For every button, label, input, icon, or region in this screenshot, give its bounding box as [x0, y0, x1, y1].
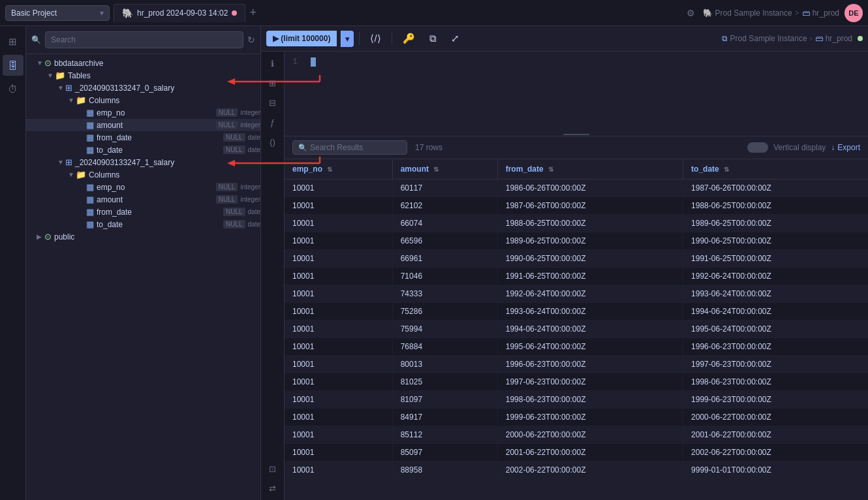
table-row[interactable]: 10001810971998-06-23T00:00:00Z1999-06-23…: [285, 391, 868, 409]
run-button[interactable]: ▶ (limit 100000): [266, 31, 337, 46]
table-layout-button[interactable]: ⊟: [264, 93, 282, 112]
info-button[interactable]: ℹ: [264, 54, 282, 72]
cell-from_date: 1987-06-26T00:00:00Z: [497, 197, 683, 215]
tree-item-columns0[interactable]: ▼ 📁 Columns: [26, 94, 260, 106]
table-row[interactable]: 10001660741988-06-25T00:00:00Z1989-06-25…: [285, 215, 868, 232]
tree-item-public[interactable]: ▶ ⊙ public: [26, 230, 260, 243]
column-icon-amount0: ▦: [86, 120, 94, 130]
table-row[interactable]: 10001850972001-06-22T00:00:00Z2002-06-22…: [285, 444, 868, 461]
cell-from_date: 1998-06-23T00:00:00Z: [497, 391, 683, 409]
table-row[interactable]: 10001759941994-06-24T00:00:00Z1995-06-24…: [285, 320, 868, 338]
columns-folder-icon-0: 📁: [76, 95, 86, 105]
tree-item-todate0[interactable]: ▶ ▦ to_date NULL date: [26, 144, 260, 156]
active-tab[interactable]: 🐘 hr_prod 2024-09-03 14:02: [114, 4, 245, 22]
transform-button[interactable]: ⇄: [264, 479, 282, 497]
tree-item-amount1[interactable]: ▶ ▦ amount NULL integer: [26, 193, 260, 206]
tree-item-columns1[interactable]: ▼ 📁 Columns: [26, 168, 260, 181]
tree-item-amount0[interactable]: ▶ ▦ amount NULL integer: [26, 119, 260, 131]
query-editor[interactable]: 1: [285, 52, 868, 136]
col-header-todate[interactable]: to_date ⇅: [683, 159, 868, 180]
parens-button[interactable]: (): [264, 133, 282, 151]
cell-to_date: 1992-06-24T00:00:00Z: [683, 268, 868, 285]
refresh-button[interactable]: ↻: [247, 35, 255, 45]
table-row[interactable]: 10001810251997-06-23T00:00:00Z1998-06-23…: [285, 373, 868, 391]
cell-amount: 85097: [392, 444, 497, 461]
line-number: 1: [292, 57, 298, 67]
grid-button[interactable]: ⊞: [264, 74, 282, 92]
copy-button[interactable]: ⧉: [424, 30, 442, 47]
cell-from_date: 1986-06-26T00:00:00Z: [497, 180, 683, 197]
cell-to_date: 1999-06-23T00:00:00Z: [683, 391, 868, 409]
cell-from_date: 1996-06-23T00:00:00Z: [497, 356, 683, 373]
cell-to_date: 1989-06-25T00:00:00Z: [683, 215, 868, 232]
settings-button[interactable]: ⚙: [684, 5, 698, 21]
table-row[interactable]: 10001665961989-06-25T00:00:00Z1990-06-25…: [285, 232, 868, 250]
tree-item-table0[interactable]: ▼ ⊞ _20240903133247_0_salary: [26, 82, 260, 94]
tree-item-fromdate1[interactable]: ▶ ▦ from_date NULL date: [26, 206, 260, 218]
cell-emp_no: 10001: [285, 180, 392, 197]
run-dropdown-button[interactable]: ▾: [341, 31, 354, 47]
tree-item-fromdate0[interactable]: ▶ ▦ from_date NULL date: [26, 131, 260, 144]
table-row[interactable]: 10001889582002-06-22T00:00:00Z9999-01-01…: [285, 461, 868, 479]
tree-item-todate1[interactable]: ▶ ▦ to_date NULL date: [26, 218, 260, 230]
tree-item-tables[interactable]: ▼ 📁 Tables: [26, 69, 260, 82]
tab-label: hr_prod 2024-09-03 14:02: [137, 8, 228, 18]
sort-icon-amount: ⇅: [433, 166, 439, 173]
cell-emp_no: 10001: [285, 338, 392, 356]
user-avatar[interactable]: DE: [845, 4, 863, 22]
chevron-columns1: ▼: [68, 171, 76, 178]
table-row[interactable]: 10001849171999-06-23T00:00:00Z2000-06-22…: [285, 409, 868, 426]
database-icon-button[interactable]: 🗄: [3, 55, 23, 76]
chevron-table0: ▼: [57, 84, 65, 91]
tree-item-table1[interactable]: ▼ ⊞ _20240903133247_1_salary: [26, 156, 260, 168]
key-button[interactable]: 🔑: [397, 30, 420, 47]
cell-to_date: 2000-06-22T00:00:00Z: [683, 409, 868, 426]
project-label: Basic Project: [11, 8, 57, 18]
code-view-button[interactable]: ⟨/⟩: [365, 30, 386, 47]
layout-icon-button[interactable]: ⊞: [3, 31, 23, 52]
schema-icon: ⊙: [44, 232, 52, 242]
sort-icon-todate: ⇅: [724, 166, 729, 173]
connection-status-dot: [858, 36, 863, 41]
results-tbody: 10001601171986-06-26T00:00:00Z1987-06-26…: [285, 180, 868, 479]
history-icon-button[interactable]: ⏱: [3, 78, 23, 99]
function-button[interactable]: ƒ: [264, 113, 282, 131]
tree-item-bbdataarchive[interactable]: ▼ ⊙ bbdataarchive: [26, 57, 260, 69]
table-row[interactable]: 10001752861993-06-24T00:00:00Z1994-06-24…: [285, 303, 868, 320]
tree-item-empno1[interactable]: ▶ ▦ emp_no NULL integer: [26, 181, 260, 193]
col-header-fromdate[interactable]: from_date ⇅: [497, 159, 683, 180]
add-tab-button[interactable]: +: [247, 6, 259, 20]
chevron-public: ▶: [37, 233, 44, 240]
share-button[interactable]: ⤢: [446, 30, 465, 47]
tree-item-empno0[interactable]: ▶ ▦ emp_no NULL integer: [26, 106, 260, 119]
row-count: 17 rows: [415, 143, 442, 152]
table-row[interactable]: 10001800131996-06-23T00:00:00Z1997-06-23…: [285, 356, 868, 373]
cell-amount: 80013: [392, 356, 497, 373]
table-header-row: emp_no ⇅ amount ⇅ from_date ⇅ to_date ⇅: [285, 159, 868, 180]
table-row[interactable]: 10001669611990-06-25T00:00:00Z1991-06-25…: [285, 250, 868, 268]
chevron-bbdataarchive: ▼: [37, 59, 44, 67]
table-row[interactable]: 10001601171986-06-26T00:00:00Z1987-06-26…: [285, 180, 868, 197]
cell-emp_no: 10001: [285, 356, 392, 373]
cell-to_date: 2001-06-22T00:00:00Z: [683, 426, 868, 444]
search-icon-results: 🔍: [298, 144, 307, 152]
table-row[interactable]: 10001743331992-06-24T00:00:00Z1993-06-24…: [285, 285, 868, 303]
results-search-input[interactable]: [310, 143, 401, 152]
vertical-display-toggle[interactable]: [747, 142, 768, 153]
table-row[interactable]: 10001621021987-06-26T00:00:00Z1988-06-25…: [285, 197, 868, 215]
search-input[interactable]: [45, 31, 243, 48]
table-row[interactable]: 10001768841995-06-24T00:00:00Z1996-06-23…: [285, 338, 868, 356]
col-header-empno[interactable]: emp_no ⇅: [285, 159, 392, 180]
table-row[interactable]: 10001710461991-06-25T00:00:00Z1992-06-24…: [285, 268, 868, 285]
cell-amount: 66074: [392, 215, 497, 232]
db-breadcrumb-icon: 🗃: [815, 34, 823, 43]
col-header-amount[interactable]: amount ⇅: [392, 159, 497, 180]
export-button[interactable]: ↓ Export: [831, 143, 860, 152]
table-row[interactable]: 10001851122000-06-22T00:00:00Z2001-06-22…: [285, 426, 868, 444]
cell-amount: 88958: [392, 461, 497, 479]
column-icon-fromdate0: ▦: [86, 133, 94, 142]
schema-view-button[interactable]: ⊡: [264, 460, 282, 478]
cell-emp_no: 10001: [285, 268, 392, 285]
cell-to_date: 1987-06-26T00:00:00Z: [683, 180, 868, 197]
project-selector[interactable]: Basic Project ▾: [5, 5, 110, 21]
